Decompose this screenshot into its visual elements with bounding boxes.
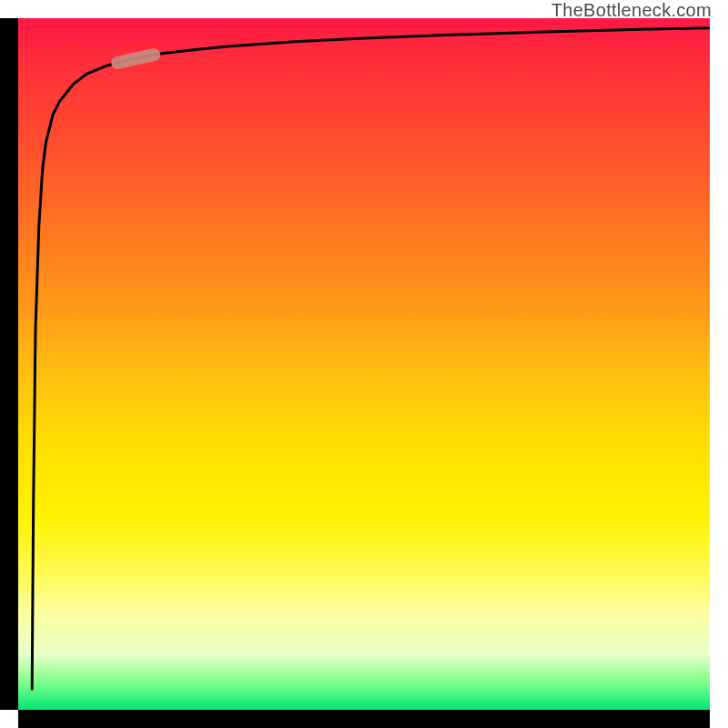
- chart-container: TheBottleneck.com: [0, 0, 728, 728]
- plot-background-gradient: [18, 18, 710, 710]
- x-axis: [18, 710, 710, 728]
- attribution-text: TheBottleneck.com: [551, 0, 712, 21]
- y-axis: [0, 18, 18, 710]
